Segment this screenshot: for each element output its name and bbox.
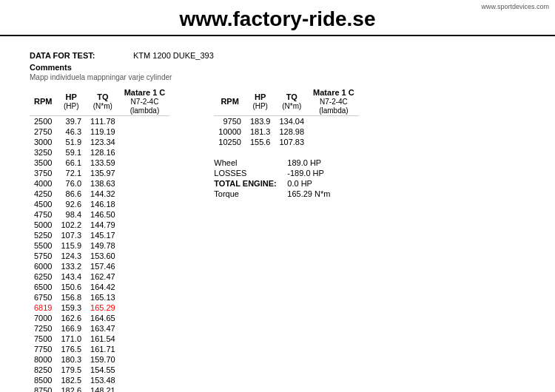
rpm-cell: 7000 (30, 313, 56, 323)
table-row: 7250166.9163.47 (30, 323, 169, 334)
mat-cell (120, 313, 170, 323)
tq-cell: 107.83 (275, 137, 309, 147)
rpm-cell: 8750 (30, 385, 56, 392)
tq-cell: 119.19 (86, 126, 120, 137)
rpm-cell: 4750 (30, 209, 56, 220)
torque-value: 165.29 N*m (287, 189, 332, 198)
table-row: 7500171.0161.54 (30, 334, 169, 344)
right-col-tq-header: TQ(N*m) (275, 87, 309, 116)
tq-cell: 144.79 (86, 220, 120, 230)
hp-cell: 155.6 (246, 137, 275, 147)
mat-cell (120, 158, 170, 168)
tq-cell: 159.70 (86, 354, 120, 365)
mat-cell (120, 334, 170, 344)
hp-cell: 51.9 (56, 137, 86, 147)
table-row: 5750124.3153.60 (30, 251, 169, 261)
mat-cell (120, 137, 170, 147)
hp-cell: 182.5 (56, 375, 86, 385)
tables-container: RPM HP(HP) TQ(N*m) Matare 1 CN7-2-4C(lam… (30, 87, 525, 392)
mat-cell (120, 209, 170, 220)
rpm-cell: 4250 (30, 189, 56, 199)
hp-cell: 133.2 (56, 261, 86, 271)
table-row: 425086.6144.32 (30, 189, 169, 199)
hp-cell: 92.6 (56, 199, 86, 209)
rpm-cell: 5500 (30, 240, 56, 251)
table-row: 6250143.4162.47 (30, 271, 169, 282)
hp-cell: 180.3 (56, 354, 86, 365)
table-row: 325059.1128.16 (30, 147, 169, 158)
mat-cell (120, 365, 170, 375)
tq-cell: 162.47 (86, 271, 120, 282)
hp-cell: 59.1 (56, 147, 86, 158)
table-row: 5500115.9149.78 (30, 240, 169, 251)
rpm-cell: 5000 (30, 220, 56, 230)
table-row: 5250107.3145.17 (30, 230, 169, 240)
torque-row: Torque 165.29 N*m (214, 189, 358, 198)
tq-cell: 161.71 (86, 344, 120, 354)
rpm-cell: 5750 (30, 251, 56, 261)
page-header: www.factory-ride.se (0, 0, 555, 36)
mat-cell (120, 240, 170, 251)
table-row: 275046.3119.19 (30, 126, 169, 137)
rpm-cell: 6500 (30, 282, 56, 292)
hp-cell: 86.6 (56, 189, 86, 199)
mat-cell (120, 354, 170, 365)
mat-cell (120, 292, 170, 303)
table-row: 9750183.9134.04 (214, 116, 358, 127)
rpm-cell: 7750 (30, 344, 56, 354)
table-row: 6819159.3165.29 (30, 303, 169, 313)
mat-cell (120, 385, 170, 392)
mat-cell (120, 323, 170, 334)
table-row: 6500150.6164.42 (30, 282, 169, 292)
col-tq-header: TQ(N*m) (86, 87, 120, 116)
losses-value: -189.0 HP (287, 169, 332, 178)
mat-cell (120, 303, 170, 313)
tq-cell: 157.46 (86, 261, 120, 271)
hp-cell: 181.3 (246, 126, 275, 137)
total-engine-row: TOTAL ENGINE: 0.0 HP (214, 179, 358, 188)
tq-cell: 128.16 (86, 147, 120, 158)
hp-cell: 171.0 (56, 334, 86, 344)
tq-cell: 161.54 (86, 334, 120, 344)
hp-cell: 72.1 (56, 168, 86, 178)
rpm-cell: 6000 (30, 261, 56, 271)
rpm-cell: 2750 (30, 126, 56, 137)
test-label: DATA FOR TEST: (30, 51, 104, 60)
rpm-cell: 8500 (30, 375, 56, 385)
rpm-cell: 9750 (214, 116, 246, 127)
mat-cell (309, 137, 359, 147)
mat-cell (309, 116, 359, 127)
tq-cell: 146.50 (86, 209, 120, 220)
hp-cell: 143.4 (56, 271, 86, 282)
tq-cell: 165.13 (86, 292, 120, 303)
tq-cell: 146.18 (86, 199, 120, 209)
hp-cell: 159.3 (56, 303, 86, 313)
torque-label: Torque (214, 189, 284, 198)
hp-cell: 156.8 (56, 292, 86, 303)
hp-cell: 179.5 (56, 365, 86, 375)
table-row: 10000181.3128.98 (214, 126, 358, 137)
mat-cell (120, 230, 170, 240)
tq-cell: 145.17 (86, 230, 120, 240)
rpm-cell: 10250 (214, 137, 246, 147)
table-row: 8750182.6148.21 (30, 385, 169, 392)
left-data-table: RPM HP(HP) TQ(N*m) Matare 1 CN7-2-4C(lam… (30, 87, 169, 392)
mat-cell (120, 126, 170, 137)
total-engine-label: TOTAL ENGINE: (214, 179, 284, 188)
mat-cell (120, 199, 170, 209)
tq-cell: 164.65 (86, 313, 120, 323)
hp-cell: 46.3 (56, 126, 86, 137)
tq-cell: 149.78 (86, 240, 120, 251)
hp-cell: 39.7 (56, 116, 86, 127)
table-row: 8500182.5153.48 (30, 375, 169, 385)
losses-row: LOSSES -189.0 HP (214, 169, 358, 178)
summary-section: Wheel 189.0 HP LOSSES -189.0 HP TOTAL EN… (214, 158, 358, 200)
mat-cell (120, 251, 170, 261)
test-info: DATA FOR TEST: KTM 1200 DUKE_393 Comment… (30, 51, 525, 81)
rpm-cell: 4000 (30, 178, 56, 189)
mat-cell (120, 116, 170, 127)
right-container: RPM HP(HP) TQ(N*m) Matare 1 CN7-2-4C(lam… (214, 87, 358, 200)
rpm-cell: 6250 (30, 271, 56, 282)
table-row: 8250179.5154.55 (30, 365, 169, 375)
hp-cell: 66.1 (56, 158, 86, 168)
